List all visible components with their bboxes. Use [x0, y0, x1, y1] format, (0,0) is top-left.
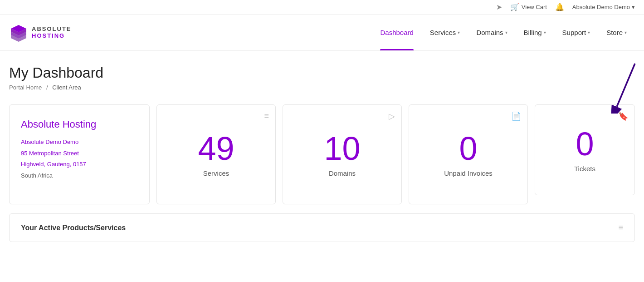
logo-icon — [9, 23, 28, 42]
section-title: Your Active Products/Services — [21, 224, 126, 232]
account-card: Absolute Hosting Absolute Demo Demo 95 M… — [9, 104, 150, 204]
view-cart-label: View Cart — [522, 4, 547, 10]
nav-dashboard[interactable]: Dashboard — [372, 15, 421, 50]
stat-card-tickets-wrapper: 🔖 0 Tickets — [535, 104, 635, 204]
invoices-count: 0 — [459, 132, 477, 165]
section-header: Your Active Products/Services ≡ — [21, 223, 623, 233]
account-info: Absolute Demo Demo 95 Metropolitan Stree… — [21, 137, 138, 182]
chevron-down-icon: ▾ — [505, 30, 507, 35]
chevron-down-icon: ▾ — [544, 30, 546, 35]
breadcrumb: Portal Home / Client Area — [9, 84, 635, 91]
stat-card-services[interactable]: ≡ 49 Services — [156, 104, 276, 204]
domains-count: 10 — [324, 132, 360, 165]
domains-icon: ▷ — [389, 111, 395, 121]
invoices-label: Unpaid Invoices — [444, 169, 493, 177]
stat-card-domains[interactable]: ▷ 10 Domains — [283, 104, 402, 204]
stat-card-tickets[interactable]: 🔖 0 Tickets — [535, 104, 635, 195]
user-chevron-icon: ▾ — [632, 4, 635, 10]
tickets-count: 0 — [576, 128, 594, 160]
chevron-down-icon: ▾ — [458, 30, 460, 35]
nav-billing[interactable]: Billing ▾ — [516, 15, 554, 50]
stat-card-invoices[interactable]: 📄 0 Unpaid Invoices — [409, 104, 528, 204]
account-region: Highveld, Gauteng, 0157 — [21, 159, 138, 170]
share-icon: ➤ — [496, 3, 502, 11]
account-country: South Africa — [21, 170, 138, 182]
invoices-icon: 📄 — [511, 111, 521, 121]
view-cart-link[interactable]: 🛒 View Cart — [510, 3, 547, 11]
top-bar: ➤ 🛒 View Cart 🔔 Absolute Demo Demo ▾ — [0, 0, 644, 15]
logo-bottom: HOSTING — [32, 33, 72, 39]
breadcrumb-current: Client Area — [52, 84, 81, 91]
domains-label: Domains — [329, 169, 356, 177]
logo[interactable]: ABSOLUTE HOSTING — [9, 23, 72, 42]
section-menu-icon[interactable]: ≡ — [618, 223, 623, 233]
chevron-down-icon: ▾ — [588, 30, 590, 35]
breadcrumb-home[interactable]: Portal Home — [9, 84, 42, 91]
account-address: 95 Metropolitan Street — [21, 148, 138, 159]
main-content: My Dashboard Portal Home / Client Area A… — [0, 51, 644, 251]
user-menu[interactable]: Absolute Demo Demo ▾ — [572, 4, 635, 10]
account-title: Absolute Hosting — [21, 119, 138, 130]
services-count: 49 — [198, 132, 234, 165]
chevron-down-icon: ▾ — [624, 30, 627, 35]
navbar: ABSOLUTE HOSTING Dashboard Services ▾ Do… — [0, 15, 644, 51]
page-title: My Dashboard — [9, 64, 635, 81]
nav-support[interactable]: Support ▾ — [554, 15, 599, 50]
logo-top: ABSOLUTE — [32, 26, 72, 32]
cart-icon: 🛒 — [510, 3, 519, 11]
user-name: Absolute Demo Demo — [572, 4, 630, 10]
tickets-label: Tickets — [574, 165, 595, 173]
services-label: Services — [203, 169, 229, 177]
stats-row: Absolute Hosting Absolute Demo Demo 95 M… — [9, 104, 635, 204]
services-icon: ≡ — [264, 111, 269, 121]
nav-store[interactable]: Store ▾ — [598, 15, 635, 50]
notification-icon[interactable]: 🔔 — [555, 3, 564, 11]
tickets-icon: 🔖 — [618, 111, 628, 121]
breadcrumb-separator: / — [46, 84, 48, 91]
active-products-section: Your Active Products/Services ≡ — [9, 213, 635, 242]
logo-text: ABSOLUTE HOSTING — [32, 26, 72, 39]
account-name: Absolute Demo Demo — [21, 137, 138, 148]
nav-domains[interactable]: Domains ▾ — [468, 15, 515, 50]
nav-services[interactable]: Services ▾ — [422, 15, 468, 50]
nav-links: Dashboard Services ▾ Domains ▾ Billing ▾… — [372, 15, 635, 50]
